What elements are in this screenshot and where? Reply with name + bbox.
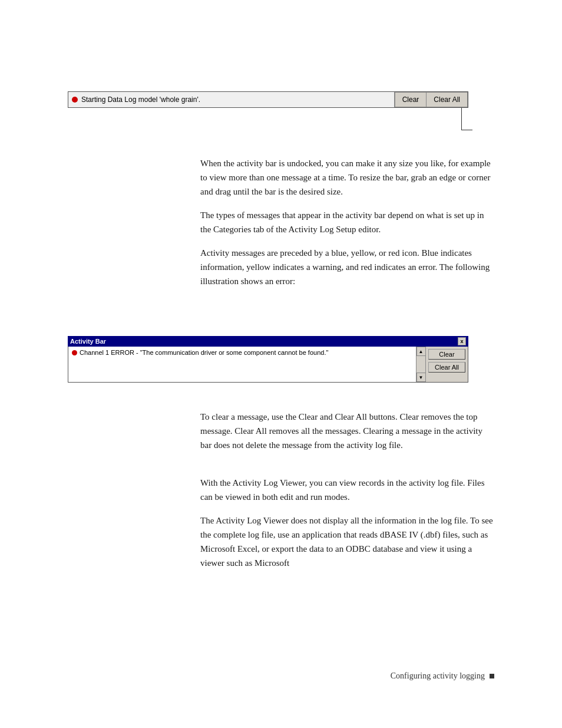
footer-square-icon <box>490 674 494 678</box>
paragraph-2: The types of messages that appear in the… <box>200 208 494 236</box>
paragraph-5: With the Activity Log Viewer, you can vi… <box>200 476 494 504</box>
window-titlebar: Activity Bar x <box>68 336 468 347</box>
red-dot-icon <box>72 97 78 103</box>
paragraph-1-text: When the activity bar is undocked, you c… <box>200 159 491 196</box>
arrow-horizontal <box>461 130 472 130</box>
window-message-text: Channel 1 ERROR - "The communication dri… <box>80 349 328 356</box>
paragraph-6-text: The Activity Log Viewer does not display… <box>200 516 493 568</box>
paragraph-4-text: To clear a message, use the Clear and Cl… <box>200 412 482 450</box>
window-scrollbar[interactable]: ▲ ▼ <box>416 347 425 382</box>
paragraph-3: Activity messages are preceded by a blue… <box>200 246 494 288</box>
window-message-area: Channel 1 ERROR - "The communication dri… <box>68 347 416 382</box>
top-clear-button[interactable]: Clear <box>395 92 427 107</box>
footer: Configuring activity logging <box>68 671 494 681</box>
paragraph-2-text: The types of messages that appear in the… <box>200 210 484 234</box>
window-clear-button[interactable]: Clear <box>428 349 465 360</box>
paragraph-4: To clear a message, use the Clear and Cl… <box>200 410 494 452</box>
arrow-line <box>461 108 462 130</box>
scroll-up-arrow[interactable]: ▲ <box>416 347 426 356</box>
top-activity-bar: Starting Data Log model 'whole grain'. C… <box>68 91 468 108</box>
close-icon: x <box>460 338 463 344</box>
window-body: Channel 1 ERROR - "The communication dri… <box>68 347 468 383</box>
body-content-lower: To clear a message, use the Clear and Cl… <box>200 410 494 579</box>
top-ui-area: Starting Data Log model 'whole grain'. C… <box>68 91 494 108</box>
window-btn-panel: Clear Clear All <box>425 347 468 382</box>
window-title: Activity Bar <box>70 338 106 345</box>
window-clear-all-button[interactable]: Clear All <box>428 362 465 373</box>
paragraph-6: The Activity Log Viewer does not display… <box>200 513 494 570</box>
paragraph-3-text: Activity messages are preceded by a blue… <box>200 248 490 286</box>
paragraph-5-text: With the Activity Log Viewer, you can vi… <box>200 478 485 502</box>
top-btn-group: Clear Clear All <box>395 92 468 107</box>
window-message-row: Channel 1 ERROR - "The communication dri… <box>72 349 412 356</box>
top-message-text: Starting Data Log model 'whole grain'. <box>81 95 200 104</box>
body-content-top: When the activity bar is undocked, you c… <box>200 156 494 298</box>
scroll-down-arrow[interactable]: ▼ <box>416 373 426 382</box>
top-message-area: Starting Data Log model 'whole grain'. <box>68 92 395 107</box>
top-clear-all-button[interactable]: Clear All <box>427 92 468 107</box>
win-red-dot-icon <box>72 350 77 355</box>
window-close-button[interactable]: x <box>458 337 466 345</box>
paragraph-1: When the activity bar is undocked, you c… <box>200 156 494 199</box>
activity-bar-window: Activity Bar x Channel 1 ERROR - "The co… <box>68 336 468 383</box>
footer-label: Configuring activity logging <box>391 671 485 681</box>
